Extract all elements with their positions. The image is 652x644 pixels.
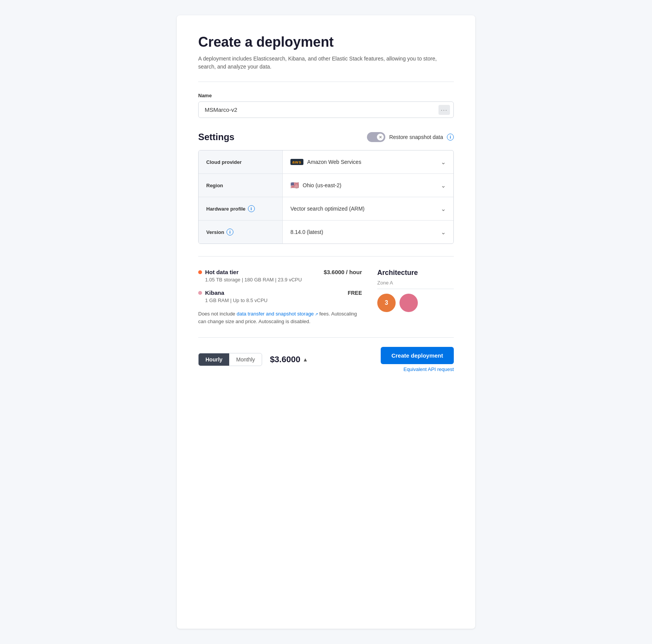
restore-snapshot-wrapper: ✕ Restore snapshot data i — [367, 132, 454, 142]
cloud-provider-text: Amazon Web Services — [307, 159, 361, 165]
version-row[interactable]: Version i 8.14.0 (latest) ⌄ — [199, 221, 453, 244]
note-prefix: Does not include — [198, 311, 236, 317]
region-chevron: ⌄ — [441, 182, 446, 189]
api-link[interactable]: Equivalent API request — [403, 366, 454, 372]
main-container: Create a deployment A deployment include… — [177, 15, 475, 629]
page-subtitle: A deployment includes Elasticsearch, Kib… — [198, 55, 454, 71]
node-kibana — [399, 294, 418, 312]
billing-toggle: Hourly Monthly — [198, 353, 262, 366]
restore-snapshot-label: Restore snapshot data — [389, 134, 443, 140]
footer-bar: Hourly Monthly $3.6000 ▲ Create deployme… — [198, 337, 454, 372]
node-3-label: 3 — [385, 299, 388, 306]
name-input-wrapper: ··· — [198, 101, 454, 118]
hot-tier-row: Hot data tier $3.6000 / hour 1.05 TB sto… — [198, 269, 362, 283]
kibana-header: Kibana FREE — [198, 289, 362, 296]
top-divider — [198, 82, 454, 82]
version-value: 8.14.0 (latest) ⌄ — [283, 222, 453, 243]
external-link-icon: ↗ — [314, 312, 318, 316]
cloud-provider-content: aws Amazon Web Services — [290, 159, 361, 165]
hardware-profile-value: Vector search optimized (ARM) ⌄ — [283, 198, 453, 219]
hot-tier-name: Hot data tier — [205, 269, 239, 275]
page-title: Create a deployment — [198, 34, 454, 50]
cloud-provider-row[interactable]: Cloud provider aws Amazon Web Services ⌄ — [199, 150, 453, 174]
kibana-row: Kibana FREE 1 GB RAM | Up to 8.5 vCPU — [198, 289, 362, 303]
settings-title: Settings — [198, 132, 235, 142]
restore-snapshot-info-icon[interactable]: i — [447, 134, 454, 141]
summary-divider — [198, 256, 454, 257]
version-chevron: ⌄ — [441, 229, 446, 236]
hot-tier-price: $3.6000 / hour — [324, 269, 362, 275]
name-input-dots-button[interactable]: ··· — [438, 105, 450, 115]
version-label: Version i — [199, 221, 283, 244]
hardware-profile-chevron: ⌄ — [441, 205, 446, 212]
footer-left: Hourly Monthly $3.6000 ▲ — [198, 353, 308, 366]
architecture-title: Architecture — [377, 269, 454, 277]
hot-tier-specs: 1.05 TB storage | 180 GB RAM | 23.9 vCPU — [205, 277, 362, 283]
region-text: Ohio (us-east-2) — [303, 182, 341, 188]
arch-nodes: 3 — [377, 294, 454, 312]
name-label: Name — [198, 93, 454, 98]
note-link[interactable]: data transfer and snapshot storage — [236, 311, 314, 317]
node-3: 3 — [377, 294, 396, 312]
summary-left: Hot data tier $3.6000 / hour 1.05 TB sto… — [198, 269, 377, 325]
restore-snapshot-toggle[interactable]: ✕ — [367, 132, 385, 142]
settings-header: Settings ✕ Restore snapshot data i — [198, 132, 454, 142]
hardware-profile-label: Hardware profile i — [199, 197, 283, 220]
price-value: $3.6000 — [270, 355, 300, 364]
version-info-icon[interactable]: i — [227, 229, 233, 235]
architecture-section: Architecture Zone A 3 — [377, 269, 454, 325]
aws-logo: aws — [290, 159, 303, 165]
note-text: Does not include data transfer and snaps… — [198, 310, 362, 325]
summary-section: Hot data tier $3.6000 / hour 1.05 TB sto… — [198, 269, 454, 325]
zone-label: Zone A — [377, 280, 454, 289]
dots-icon: ··· — [441, 107, 448, 113]
region-content: 🇺🇸 Ohio (us-east-2) — [290, 181, 341, 190]
region-flag-icon: 🇺🇸 — [290, 181, 299, 190]
region-row[interactable]: Region 🇺🇸 Ohio (us-east-2) ⌄ — [199, 174, 453, 197]
hot-tier-name-wrapper: Hot data tier — [198, 269, 239, 275]
version-text: 8.14.0 (latest) — [290, 229, 323, 235]
toggle-x-icon: ✕ — [377, 134, 384, 141]
hot-tier-dot — [198, 270, 202, 274]
region-value: 🇺🇸 Ohio (us-east-2) ⌄ — [283, 174, 453, 196]
hourly-button[interactable]: Hourly — [199, 353, 229, 366]
region-label: Region — [199, 174, 283, 197]
kibana-price: FREE — [348, 290, 362, 296]
total-price: $3.6000 ▲ — [270, 355, 308, 364]
cloud-provider-value: aws Amazon Web Services ⌄ — [283, 152, 453, 173]
hot-tier-header: Hot data tier $3.6000 / hour — [198, 269, 362, 275]
cloud-provider-label: Cloud provider — [199, 150, 283, 173]
hardware-profile-text: Vector search optimized (ARM) — [290, 206, 365, 212]
kibana-name-wrapper: Kibana — [198, 289, 224, 296]
footer-right: Create deployment Equivalent API request — [381, 347, 454, 372]
kibana-name: Kibana — [205, 289, 224, 296]
hardware-profile-info-icon[interactable]: i — [248, 205, 255, 212]
settings-grid: Cloud provider aws Amazon Web Services ⌄… — [198, 150, 454, 244]
kibana-dot — [198, 291, 202, 295]
cloud-provider-chevron: ⌄ — [441, 159, 446, 166]
name-input[interactable] — [198, 101, 454, 118]
price-caret-icon: ▲ — [303, 356, 308, 363]
create-deployment-button[interactable]: Create deployment — [381, 347, 454, 364]
monthly-button[interactable]: Monthly — [229, 353, 262, 366]
kibana-specs: 1 GB RAM | Up to 8.5 vCPU — [205, 297, 362, 303]
hardware-profile-row[interactable]: Hardware profile i Vector search optimiz… — [199, 197, 453, 221]
